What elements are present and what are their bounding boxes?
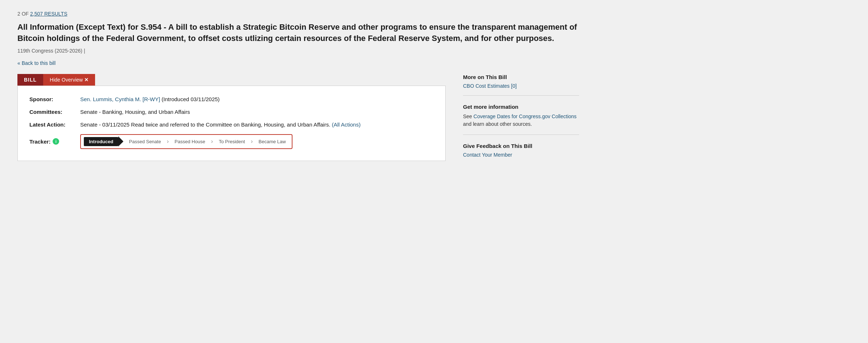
tracker-step-to-president: To President — [216, 137, 248, 146]
get-more-info-text-before: See — [463, 113, 474, 119]
chevron-icon-4: › — [251, 138, 253, 145]
contact-your-member-link[interactable]: Contact Your Member — [463, 152, 512, 158]
results-total-link[interactable]: 2,507 RESULTS — [30, 11, 67, 17]
tracker-info-icon[interactable]: i — [53, 138, 59, 145]
sponsor-link[interactable]: Sen. Lummis, Cynthia M. [R-WY] — [80, 96, 160, 102]
chevron-icon-2: › — [167, 138, 169, 145]
get-more-info-text-after: and learn about other sources. — [463, 121, 532, 127]
get-more-info-title: Get more information — [463, 104, 579, 110]
tracker-step-passed-senate: Passed Senate — [126, 137, 164, 146]
congress-label: 119th Congress (2025-2026) | — [17, 48, 851, 54]
tracker-steps-wrapper: Introduced › Passed Senate › Passed Hous… — [80, 134, 292, 149]
give-feedback-title: Give Feedback on This Bill — [463, 143, 579, 149]
close-icon: ✕ — [84, 77, 89, 83]
sponsor-value: Sen. Lummis, Cynthia M. [R-WY] (Introduc… — [80, 96, 434, 102]
more-on-bill-title: More on This Bill — [463, 74, 579, 80]
tab-row: BILL Hide Overview ✕ — [17, 74, 446, 86]
tracker-step-introduced-label: Introduced — [89, 139, 113, 144]
sponsor-introduced: (Introduced 03/11/2025) — [160, 96, 220, 102]
latest-action-text: Senate - 03/11/2025 Read twice and refer… — [80, 121, 330, 128]
latest-action-row: Latest Action: Senate - 03/11/2025 Read … — [29, 121, 434, 128]
back-to-bill-link[interactable]: « Back to this bill — [17, 60, 851, 66]
results-count-prefix: 2 OF — [17, 11, 30, 17]
latest-action-value: Senate - 03/11/2025 Read twice and refer… — [80, 121, 434, 128]
coverage-dates-link[interactable]: Coverage Dates for Congress.gov Collecti… — [474, 113, 577, 119]
cbo-cost-estimates-link[interactable]: CBO Cost Estimates [0] — [463, 83, 517, 89]
all-actions-link[interactable]: (All Actions) — [332, 121, 360, 128]
sidebar: More on This Bill CBO Cost Estimates [0]… — [463, 74, 579, 172]
sidebar-section-feedback: Give Feedback on This Bill Contact Your … — [463, 143, 579, 164]
tracker-step-introduced: Introduced — [84, 137, 118, 146]
main-content: BILL Hide Overview ✕ Sponsor: Sen. Lummi… — [17, 74, 851, 172]
bill-title: All Information (Except Text) for S.954 … — [17, 22, 591, 44]
committees-row: Committees: Senate - Banking, Housing, a… — [29, 109, 434, 115]
tab-bill: BILL — [17, 74, 43, 86]
latest-action-label: Latest Action: — [29, 121, 80, 128]
sponsor-label: Sponsor: — [29, 96, 80, 102]
tracker-step-became-law: Became Law — [256, 137, 289, 146]
tab-hide-overview-label: Hide Overview — [50, 77, 83, 83]
committees-label: Committees: — [29, 109, 80, 115]
overview-box: Sponsor: Sen. Lummis, Cynthia M. [R-WY] … — [17, 86, 446, 161]
chevron-icon-3: › — [211, 138, 213, 145]
get-more-info-text: See Coverage Dates for Congress.gov Coll… — [463, 113, 579, 128]
tracker-label: Tracker: i — [29, 138, 80, 145]
committees-value: Senate - Banking, Housing, and Urban Aff… — [80, 109, 434, 115]
sidebar-section-get-more-info: Get more information See Coverage Dates … — [463, 104, 579, 135]
bill-panel: BILL Hide Overview ✕ Sponsor: Sen. Lummi… — [17, 74, 446, 161]
results-count: 2 OF 2,507 RESULTS — [17, 11, 851, 17]
page-wrapper: 2 OF 2,507 RESULTS All Information (Exce… — [0, 0, 868, 343]
tracker-step-passed-house: Passed House — [172, 137, 208, 146]
sidebar-section-more-on-bill: More on This Bill CBO Cost Estimates [0] — [463, 74, 579, 96]
sponsor-row: Sponsor: Sen. Lummis, Cynthia M. [R-WY] … — [29, 96, 434, 102]
tracker-row: Tracker: i Introduced › Passed Senate › … — [29, 134, 434, 149]
tab-hide-overview-button[interactable]: Hide Overview ✕ — [43, 74, 95, 86]
